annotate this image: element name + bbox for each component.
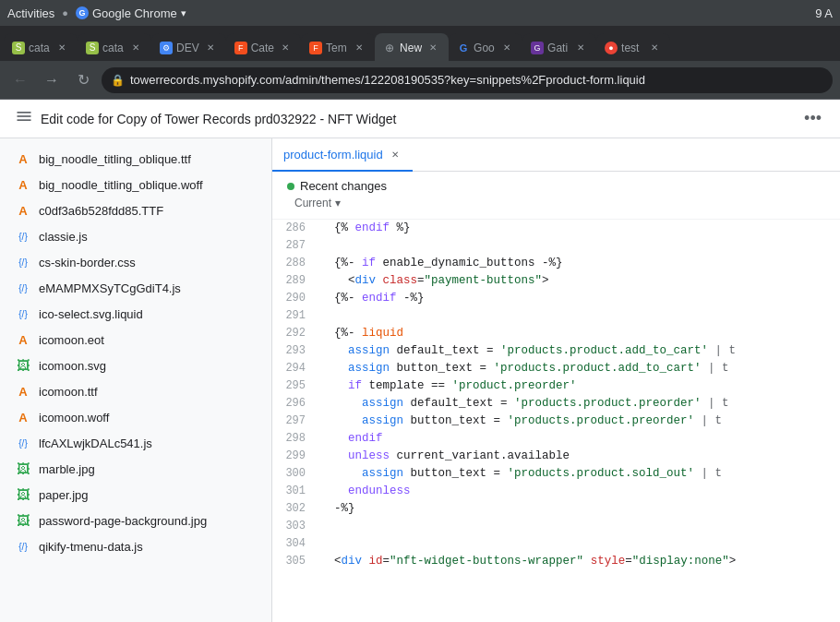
list-item[interactable]: A big_noodle_titling_oblique.woff bbox=[0, 172, 271, 197]
list-item[interactable]: {/} eMAMPMXSyTCgGdiT4.js bbox=[0, 275, 271, 301]
file-name: ico-select.svg.liquid bbox=[39, 307, 143, 321]
browser-tab-cata2[interactable]: S cata ✕ bbox=[78, 33, 151, 61]
lock-icon: 🔒 bbox=[111, 74, 125, 87]
browser-tab-dev[interactable]: ⚙ DEV ✕ bbox=[151, 33, 226, 61]
tab-favicon-test: ● bbox=[605, 42, 618, 54]
list-item[interactable]: 🖼 paper.jpg bbox=[0, 482, 271, 508]
browser-tab-tem[interactable]: F Tem ✕ bbox=[301, 33, 375, 61]
list-item[interactable]: A icomoon.woff bbox=[0, 404, 271, 430]
tab-favicon-gat: G bbox=[531, 42, 544, 54]
code-line: 286 {% endif %} bbox=[272, 220, 840, 237]
list-item[interactable]: A icomoon.eot bbox=[0, 327, 271, 353]
line-number: 300 bbox=[272, 465, 317, 483]
tab-favicon-new: ⊕ bbox=[383, 42, 396, 54]
tab-close-dev[interactable]: ✕ bbox=[203, 41, 218, 55]
line-number: 301 bbox=[272, 483, 317, 500]
code-file-icon: {/} bbox=[15, 435, 31, 451]
line-number: 296 bbox=[272, 395, 317, 413]
line-number: 297 bbox=[272, 413, 317, 430]
line-content: {%- endif -%} bbox=[317, 290, 840, 307]
address-bar[interactable]: 🔒 towerrecords.myshopify.com/admin/theme… bbox=[102, 67, 833, 93]
activities-button[interactable]: Activities bbox=[7, 6, 54, 20]
tab-title-dev: DEV bbox=[176, 42, 199, 54]
list-item[interactable]: {/} lfcAXLwjkDALc541.js bbox=[0, 430, 271, 456]
code-line: 290 {%- endif -%} bbox=[272, 290, 840, 307]
line-content: assign button_text = 'products.product.s… bbox=[317, 465, 840, 483]
line-number: 290 bbox=[272, 290, 317, 307]
line-content: {%- if enable_dynamic_buttons -%} bbox=[317, 255, 840, 272]
line-number: 287 bbox=[272, 237, 317, 255]
chrome-dropdown-icon[interactable]: ▾ bbox=[181, 7, 186, 19]
current-badge[interactable]: Current ▾ bbox=[287, 195, 825, 211]
list-item[interactable]: A icomoon.ttf bbox=[0, 378, 271, 404]
recent-changes-title: Recent changes bbox=[287, 179, 825, 193]
tab-favicon-dev: ⚙ bbox=[160, 42, 173, 54]
svg-rect-2 bbox=[18, 119, 31, 121]
browser-tab-goo[interactable]: G Goo ✕ bbox=[449, 33, 522, 61]
line-number: 305 bbox=[272, 553, 317, 570]
url-text: towerrecords.myshopify.com/admin/themes/… bbox=[130, 73, 823, 87]
list-item[interactable]: {/} qikify-tmenu-data.js bbox=[0, 533, 271, 559]
code-line: 292 {%- liquid bbox=[272, 325, 840, 342]
tab-close-test[interactable]: ✕ bbox=[647, 41, 662, 55]
back-button[interactable]: ← bbox=[7, 67, 33, 93]
line-number: 292 bbox=[272, 325, 317, 342]
tab-close-tem[interactable]: ✕ bbox=[352, 41, 366, 55]
line-number: 291 bbox=[272, 307, 317, 325]
line-number: 299 bbox=[272, 448, 317, 465]
list-item[interactable]: {/} classie.js bbox=[0, 223, 271, 249]
browser-tab-new[interactable]: ⊕ New ✕ bbox=[375, 33, 449, 61]
tab-favicon-cate: F bbox=[234, 42, 247, 54]
tab-close-gat[interactable]: ✕ bbox=[573, 41, 588, 55]
tab-title-cata2: cata bbox=[102, 42, 125, 54]
forward-button[interactable]: → bbox=[39, 67, 65, 93]
code-file-icon: {/} bbox=[15, 228, 31, 245]
file-name: lfcAXLwjkDALc541.js bbox=[39, 437, 152, 450]
list-item[interactable]: {/} cs-skin-border.css bbox=[0, 249, 271, 275]
list-item[interactable]: {/} ico-select.svg.liquid bbox=[0, 301, 271, 327]
font-file-icon: A bbox=[15, 331, 31, 348]
tab-bar: S cata ✕ S cata ✕ ⚙ DEV ✕ F Cate ✕ F Tem… bbox=[0, 26, 840, 61]
browser-tab-test[interactable]: ● test ✕ bbox=[596, 33, 670, 61]
reload-button[interactable]: ↻ bbox=[70, 67, 96, 93]
tab-close-cata2[interactable]: ✕ bbox=[128, 41, 143, 55]
tab-favicon-cata2: S bbox=[86, 42, 99, 54]
tab-close-cate[interactable]: ✕ bbox=[278, 41, 293, 55]
file-name: cs-skin-border.css bbox=[39, 256, 136, 269]
browser-toolbar: ← → ↻ 🔒 towerrecords.myshopify.com/admin… bbox=[0, 61, 840, 100]
tab-close-goo[interactable]: ✕ bbox=[499, 41, 514, 55]
tab-close-new[interactable]: ✕ bbox=[426, 41, 440, 55]
tab-close-cata1[interactable]: ✕ bbox=[54, 41, 69, 55]
browser-tab-cata1[interactable]: S cata ✕ bbox=[4, 33, 78, 61]
list-item[interactable]: 🖼 marble.jpg bbox=[0, 456, 271, 482]
file-name: paper.jpg bbox=[39, 488, 89, 502]
code-line: 301 endunless bbox=[272, 483, 840, 500]
more-options-button[interactable]: ••• bbox=[800, 105, 825, 132]
current-dropdown-icon: ▾ bbox=[335, 197, 341, 209]
browser-tab-gat[interactable]: G Gati ✕ bbox=[522, 33, 596, 61]
browser-tab-cate[interactable]: F Cate ✕ bbox=[226, 33, 301, 61]
list-item[interactable]: 🖼 icomoon.svg bbox=[0, 353, 271, 378]
image-file-icon: 🖼 bbox=[15, 461, 31, 477]
list-item[interactable]: 🖼 password-page-background.jpg bbox=[0, 508, 271, 533]
sidebar-toggle-button[interactable] bbox=[15, 107, 33, 130]
list-item[interactable]: A c0df3a6b528fdd85.TTF bbox=[0, 197, 271, 223]
line-number: 303 bbox=[272, 518, 317, 535]
code-line: 287 bbox=[272, 237, 840, 255]
font-file-icon: A bbox=[15, 409, 31, 425]
code-editor[interactable]: 286 {% endif %}287288 {%- if enable_dyna… bbox=[272, 220, 840, 622]
list-item[interactable]: A big_noodle_titling_oblique.ttf bbox=[0, 146, 271, 172]
line-number: 293 bbox=[272, 342, 317, 360]
code-line: 291 bbox=[272, 307, 840, 325]
chrome-label: Google Chrome bbox=[92, 6, 177, 20]
line-number: 294 bbox=[272, 360, 317, 377]
editor-tab-close[interactable]: ✕ bbox=[389, 148, 402, 161]
editor-tab-product-form[interactable]: product-form.liquid ✕ bbox=[272, 138, 413, 172]
image-file-icon: 🖼 bbox=[15, 512, 31, 529]
line-content: -%} bbox=[317, 500, 840, 518]
recent-changes-bar: Recent changes Current ▾ bbox=[272, 172, 840, 220]
code-line: 299 unless current_variant.available bbox=[272, 448, 840, 465]
code-line: 294 assign button_text = 'products.produ… bbox=[272, 360, 840, 377]
code-line: 295 if template == 'product.preorder' bbox=[272, 377, 840, 395]
os-topbar: Activities ● G Google Chrome ▾ 9 A bbox=[0, 0, 840, 26]
